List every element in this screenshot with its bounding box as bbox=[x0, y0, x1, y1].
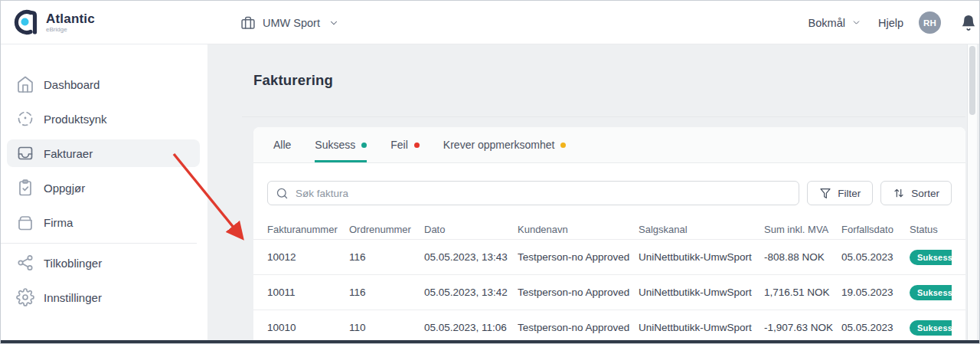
sidebar-item-label: Innstillinger bbox=[44, 291, 102, 304]
cell-forfallsdato: 05.05.2023 bbox=[841, 322, 910, 333]
inbox-icon bbox=[16, 144, 34, 162]
chevron-down-icon bbox=[851, 18, 861, 28]
col-dato: Dato bbox=[424, 224, 518, 235]
sidebar-item-label: Tilkoblinger bbox=[44, 257, 102, 270]
sync-icon bbox=[16, 110, 34, 128]
status-tabs: Alle Suksess Feil Krever oppmerksomhet bbox=[253, 127, 965, 163]
col-sum: Sum inkl. MVA bbox=[764, 224, 841, 235]
status-badge: Suksess bbox=[910, 250, 952, 265]
bell-icon[interactable] bbox=[953, 14, 980, 31]
status-badge: Suksess bbox=[910, 285, 952, 300]
cell-kundenavn: Testperson-no Approved bbox=[518, 287, 639, 298]
table-toolbar: Filter Sorter bbox=[253, 163, 965, 219]
col-forfallsdato: Forfallsdato bbox=[841, 224, 910, 235]
search-box bbox=[267, 181, 799, 205]
bottom-edge-bar bbox=[1, 340, 979, 343]
sidebar-item-oppgjor[interactable]: Oppgjør bbox=[7, 174, 200, 201]
cell-kundenavn: Testperson-no Approved bbox=[518, 322, 639, 333]
sidebar-item-label: Fakturaer bbox=[44, 147, 93, 160]
sort-button-label: Sorter bbox=[911, 188, 939, 199]
tab-suksess[interactable]: Suksess bbox=[315, 127, 367, 162]
avatar[interactable]: RH bbox=[919, 11, 941, 34]
tab-feil[interactable]: Feil bbox=[390, 127, 420, 162]
main-content: Fakturering Alle Suksess Feil Krever opp… bbox=[207, 44, 979, 343]
invoice-card: Alle Suksess Feil Krever oppmerksomhet bbox=[253, 127, 965, 344]
tab-label: Krever oppmerksomhet bbox=[443, 139, 555, 151]
warning-dot-icon bbox=[560, 143, 566, 148]
share-icon bbox=[16, 254, 34, 272]
sidebar-item-tilkoblinger[interactable]: Tilkoblinger bbox=[7, 249, 200, 277]
tab-label: Suksess bbox=[315, 139, 355, 151]
store-selector[interactable]: UMW Sport bbox=[240, 1, 339, 44]
cell-forfallsdato: 05.05.2023 bbox=[841, 251, 910, 263]
search-input[interactable] bbox=[296, 188, 791, 199]
brand-subtitle: eBridge bbox=[46, 27, 95, 33]
home-icon bbox=[16, 75, 34, 93]
col-ordrenummer: Ordrenummer bbox=[349, 224, 424, 235]
cell-dato: 05.05.2023, 13:43 bbox=[424, 251, 518, 263]
success-dot-icon bbox=[361, 143, 367, 148]
help-link[interactable]: Hjelp bbox=[878, 17, 903, 29]
sidebar-item-label: Oppgjør bbox=[44, 182, 85, 195]
app-window: Atlantic eBridge UMW Sport Bokmål Hjelp bbox=[0, 0, 980, 344]
cell-fakturanummer: 10011 bbox=[267, 287, 349, 298]
filter-button[interactable]: Filter bbox=[807, 181, 873, 205]
sidebar-item-produktsynk[interactable]: Produktsynk bbox=[7, 105, 200, 133]
cell-dato: 05.05.2023, 13:42 bbox=[424, 287, 518, 298]
sidebar-item-dashboard[interactable]: Dashboard bbox=[7, 70, 200, 98]
table-header-row: Fakturanummer Ordrenummer Dato Kundenavn… bbox=[253, 219, 965, 240]
tab-label: Alle bbox=[273, 139, 291, 151]
sidebar-item-label: Dashboard bbox=[44, 78, 100, 91]
chevron-down-icon bbox=[328, 18, 339, 28]
funnel-icon bbox=[819, 187, 831, 199]
header-right-cluster: Bokmål Hjelp RH bbox=[808, 1, 980, 44]
table-row[interactable]: 10011 116 05.05.2023, 13:42 Testperson-n… bbox=[253, 275, 965, 310]
tab-krever-oppmerksomhet[interactable]: Krever oppmerksomhet bbox=[443, 127, 567, 162]
page-title: Fakturering bbox=[253, 72, 333, 89]
cell-salgskanal: UniNettbutikk-UmwSport bbox=[639, 251, 764, 263]
vertical-scrollbar[interactable] bbox=[967, 44, 977, 340]
cell-ordrenummer: 110 bbox=[349, 322, 424, 333]
col-status: Status bbox=[910, 224, 952, 235]
sidebar-item-fakturaer[interactable]: Fakturaer bbox=[7, 139, 200, 167]
filter-button-label: Filter bbox=[838, 188, 861, 199]
cell-sum: -1,907.63 NOK bbox=[764, 322, 841, 333]
cell-kundenavn: Testperson-no Approved bbox=[518, 251, 639, 263]
archive-icon bbox=[16, 213, 34, 231]
scrollbar-thumb[interactable] bbox=[969, 46, 975, 115]
language-label: Bokmål bbox=[808, 17, 845, 29]
brand-logo[interactable]: Atlantic eBridge bbox=[11, 7, 95, 38]
search-icon bbox=[276, 187, 289, 200]
sidebar-item-label: Produktsynk bbox=[44, 113, 107, 126]
store-selector-label: UMW Sport bbox=[263, 17, 320, 29]
briefcase-icon bbox=[240, 15, 256, 31]
sort-button[interactable]: Sorter bbox=[880, 181, 952, 205]
brand-name: Atlantic bbox=[46, 12, 95, 25]
cell-forfallsdato: 19.05.2023 bbox=[841, 287, 910, 298]
sidebar-item-innstillinger[interactable]: Innstillinger bbox=[7, 283, 200, 311]
status-badge: Suksess bbox=[910, 320, 952, 336]
gear-icon bbox=[16, 288, 34, 306]
atlantic-logo-icon bbox=[11, 7, 42, 38]
cell-dato: 05.05.2023, 11:06 bbox=[424, 322, 518, 333]
sidebar-item-firma[interactable]: Firma bbox=[7, 208, 200, 236]
sort-arrows-icon bbox=[893, 187, 905, 199]
table-row[interactable]: 10012 116 05.05.2023, 13:43 Testperson-n… bbox=[253, 240, 965, 275]
col-fakturanummer: Fakturanummer bbox=[267, 224, 349, 235]
sidebar-nav: Dashboard Produktsynk Fakturaer Oppgjør bbox=[1, 44, 207, 343]
cell-ordrenummer: 116 bbox=[349, 287, 424, 298]
tab-label: Feil bbox=[390, 139, 408, 151]
tab-alle[interactable]: Alle bbox=[273, 127, 291, 162]
sidebar-item-label: Firma bbox=[44, 216, 73, 229]
col-kundenavn: Kundenavn bbox=[518, 224, 639, 235]
cell-salgskanal: UniNettbutikk-UmwSport bbox=[639, 322, 764, 333]
sidebar-divider bbox=[1, 243, 197, 244]
top-header: Atlantic eBridge UMW Sport Bokmål Hjelp bbox=[1, 1, 979, 44]
table-row[interactable]: 10010 110 05.05.2023, 11:06 Testperson-n… bbox=[253, 310, 965, 344]
language-selector[interactable]: Bokmål bbox=[808, 17, 861, 29]
cell-sum: 1,716.51 NOK bbox=[764, 287, 841, 298]
cell-fakturanummer: 10010 bbox=[267, 322, 349, 333]
cell-salgskanal: UniNettbutikk-UmwSport bbox=[639, 287, 764, 298]
col-salgskanal: Salgskanal bbox=[639, 224, 764, 235]
cell-ordrenummer: 116 bbox=[349, 251, 424, 263]
